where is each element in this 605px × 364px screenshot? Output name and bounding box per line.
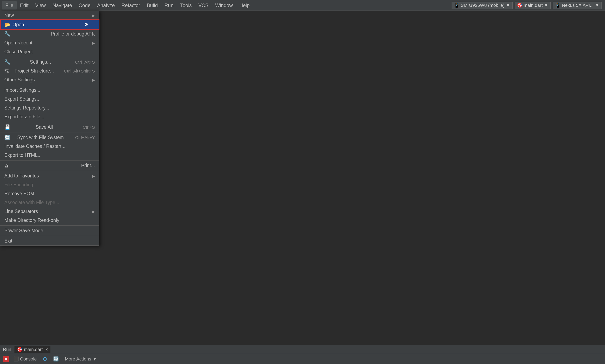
menu-item-exit[interactable]: Exit — [0, 236, 99, 246]
menu-item-other-settings[interactable]: Other Settings ▶ — [0, 75, 99, 84]
dart-run-icon: 🎯 — [17, 347, 23, 352]
menu-window[interactable]: Window — [212, 1, 236, 10]
save-icon: 💾 — [4, 124, 10, 130]
separator — [0, 85, 99, 85]
device-label: SM G925W8 (mobile) — [461, 3, 505, 8]
settings-icon: 🔧 — [4, 59, 10, 65]
stop-button[interactable]: ■ — [3, 356, 9, 362]
stop-icon: ■ — [5, 357, 7, 361]
run-tab-close[interactable]: × — [45, 347, 48, 352]
separator — [0, 225, 99, 226]
menu-item-settings-repo[interactable]: Settings Repository... — [0, 104, 99, 112]
file-dropdown-icon: ▼ — [544, 3, 548, 8]
menu-help[interactable]: Help — [236, 1, 253, 10]
menu-item-invalidate-caches[interactable]: Invalidate Caches / Restart... — [0, 142, 99, 151]
avd-dropdown-icon: ▼ — [595, 3, 599, 8]
menu-item-label: Export Settings... — [4, 96, 40, 102]
menu-item-associate-file-type: Associate with File Type... — [0, 198, 99, 207]
more-actions-arrow: ▼ — [93, 356, 97, 362]
avd-selector[interactable]: 📱 Nexus 5X API... ▼ — [553, 2, 602, 9]
submenu-arrow: ▶ — [92, 40, 95, 45]
console-label: Console — [20, 356, 37, 362]
menu-item-label: Add to Favorites — [4, 173, 39, 179]
menu-edit[interactable]: Edit — [17, 1, 32, 10]
menu-vcs[interactable]: VCS — [195, 1, 212, 10]
menu-code[interactable]: Code — [75, 1, 94, 10]
console-bar: ■ ⬛ Console ⬡ 🔄 More Actions ▼ — [0, 354, 605, 364]
submenu-arrow: ▶ — [92, 173, 95, 179]
menu-item-make-readonly[interactable]: Make Directory Read-only — [0, 216, 99, 225]
menu-item-label: Import Settings... — [4, 87, 40, 93]
menu-item-sync-fs[interactable]: 🔄 Sync with File System Ctrl+Alt+Y — [0, 133, 99, 142]
menu-item-new[interactable]: New ▶ — [0, 11, 99, 20]
shortcut-label: Ctrl+S — [83, 125, 95, 130]
menu-item-label: Export to Zip File... — [4, 114, 44, 120]
menu-item-export-settings[interactable]: Export Settings... — [0, 95, 99, 104]
separator — [0, 171, 99, 171]
run-tab[interactable]: 🎯 main.dart × — [14, 346, 51, 353]
avd-icon: 📱 — [555, 3, 561, 8]
reload-icon-btn[interactable]: 🔄 — [52, 355, 60, 363]
project-structure-icon: 🏗 — [4, 68, 9, 74]
menu-item-label: Remove BOM — [4, 191, 34, 196]
menu-item-settings[interactable]: 🔧 Settings... Ctrl+Alt+S — [0, 58, 99, 66]
menu-item-power-save[interactable]: Power Save Mode — [0, 226, 99, 235]
menu-item-export-zip[interactable]: Export to Zip File... — [0, 112, 99, 121]
flutter-icon: ⬡ — [43, 356, 47, 362]
file-selector[interactable]: 🎯 main.dart ▼ — [515, 2, 551, 9]
menu-item-label: Sync with File System — [17, 135, 64, 140]
menu-item-label: New — [4, 13, 14, 18]
menu-analyze[interactable]: Analyze — [94, 1, 118, 10]
dart-file-icon: 🎯 — [517, 3, 523, 8]
menu-item-remove-bom[interactable]: Remove BOM — [0, 189, 99, 198]
menu-item-open-recent[interactable]: Open Recent ▶ — [0, 39, 99, 47]
avd-label: Nexus 5X API... — [562, 3, 594, 8]
sync-icon: 🔄 — [4, 135, 10, 140]
menu-navigate[interactable]: Navigate — [49, 1, 75, 10]
console-button[interactable]: ⬛ Console — [12, 355, 39, 363]
separator — [0, 132, 99, 132]
menu-refactor[interactable]: Refactor — [118, 1, 144, 10]
run-bar: Run: 🎯 main.dart × — [0, 345, 605, 354]
submenu-arrow: ▶ — [92, 209, 95, 214]
menu-view[interactable]: View — [32, 1, 49, 10]
menu-item-profile-apk[interactable]: 🔧 Profile or debug APK — [0, 29, 99, 39]
menu-item-import-settings[interactable]: Import Settings... — [0, 86, 99, 95]
menu-item-label: Profile or debug APK — [51, 31, 95, 37]
flutter-icon-btn[interactable]: ⬡ — [41, 355, 49, 363]
menu-item-project-structure[interactable]: 🏗 Project Structure... Ctrl+Alt+Shift+S — [0, 66, 99, 75]
device-dropdown-icon: ▼ — [506, 3, 510, 8]
top-toolbar: 📱 SM G925W8 (mobile) ▼ 🎯 main.dart ▼ 📱 N… — [448, 0, 605, 11]
menu-item-label: Close Project — [4, 49, 33, 54]
shortcut-label: Ctrl+Alt+S — [75, 60, 95, 65]
phone-icon: 📱 — [454, 3, 459, 8]
menu-item-line-separators[interactable]: Line Separators ▶ — [0, 207, 99, 216]
menu-item-label: Open... — [13, 22, 28, 27]
menu-tools[interactable]: Tools — [177, 1, 195, 10]
menu-build[interactable]: Build — [144, 1, 161, 10]
open-folder-icon: 📂 — [5, 22, 11, 27]
menu-item-add-favorites[interactable]: Add to Favorites ▶ — [0, 171, 99, 180]
separator — [0, 236, 99, 236]
run-label: Run: — [3, 347, 13, 352]
menu-item-open[interactable]: 📂 Open... ⚙ — — [0, 20, 99, 29]
menu-item-file-encoding: File Encoding — [0, 180, 99, 189]
more-actions-btn[interactable]: More Actions ▼ — [63, 355, 99, 363]
menu-item-save-all[interactable]: 💾 Save All Ctrl+S — [0, 123, 99, 131]
menu-item-label: Print... — [81, 163, 95, 168]
menu-item-print[interactable]: 🖨 Print... — [0, 161, 99, 170]
menu-run[interactable]: Run — [161, 1, 177, 10]
minus-icon: — — [90, 22, 94, 27]
menu-item-label: Open Recent — [4, 40, 32, 46]
menu-item-label: File Encoding — [4, 182, 33, 188]
menu-item-export-html[interactable]: Export to HTML... — [0, 151, 99, 160]
menu-item-close-project[interactable]: Close Project — [0, 47, 99, 56]
menu-item-label: Invalidate Caches / Restart... — [4, 143, 65, 149]
menu-item-label: Make Directory Read-only — [4, 218, 59, 223]
menu-item-label: Export to HTML... — [4, 153, 41, 158]
shortcut-label: Ctrl+Alt+Y — [75, 135, 95, 140]
menu-file[interactable]: File — [2, 1, 17, 10]
device-selector[interactable]: 📱 SM G925W8 (mobile) ▼ — [452, 2, 512, 9]
editor-area — [58, 11, 605, 345]
menu-item-label: Save All — [36, 124, 53, 130]
